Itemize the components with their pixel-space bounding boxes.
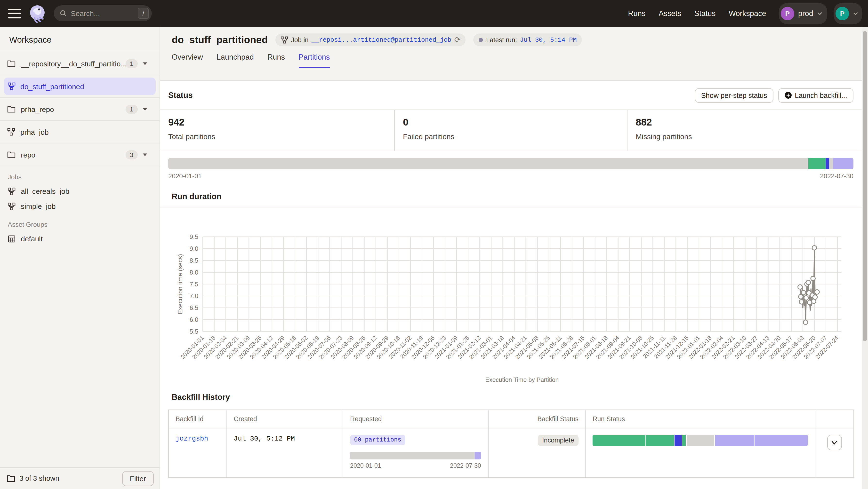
section-label-asset-groups: Asset Groups xyxy=(8,221,159,228)
backfill-id-link[interactable]: jozrgsbh xyxy=(176,435,208,443)
run-duration-title: Run duration xyxy=(172,192,221,201)
sidebar-item-do-stuff-partitioned[interactable]: do_stuff_partitioned xyxy=(0,75,159,98)
chevron-down-icon xyxy=(831,440,837,445)
search-icon xyxy=(60,10,67,17)
filter-button[interactable]: Filter xyxy=(122,471,154,486)
run-status-bar[interactable] xyxy=(593,435,808,446)
nav-link-status[interactable]: Status xyxy=(694,9,716,18)
expand-cell xyxy=(815,428,854,477)
bar-segment xyxy=(350,452,474,459)
stat-label: Failed partitions xyxy=(403,132,627,140)
job-icon xyxy=(8,202,16,210)
status-actions: Show per-step status Launch backfill... xyxy=(695,88,854,102)
tab-runs[interactable]: Runs xyxy=(268,53,285,68)
hamburger-menu-icon[interactable] xyxy=(8,8,21,18)
sidebar-item-label: do_stuff_partitioned xyxy=(20,82,84,90)
user-menu[interactable]: P xyxy=(834,3,862,24)
sidebar-item-prha-repo[interactable]: prha_repo1 xyxy=(0,98,159,121)
deployment-switcher[interactable]: P prod xyxy=(779,3,827,24)
sidebar-item-label: all_cereals_job xyxy=(21,187,69,195)
sidebar-item-label: default xyxy=(21,234,43,243)
sidebar-item-simple_job[interactable]: simple_job xyxy=(0,199,159,214)
launch-backfill-label: Launch backfill... xyxy=(795,91,847,99)
top-nav-links: RunsAssetsStatusWorkspace xyxy=(628,9,766,18)
user-avatar: P xyxy=(836,6,849,20)
stat-label: Missing partitions xyxy=(636,132,862,140)
job-location-tag: Job in __reposi...artitioned@partitioned… xyxy=(275,33,466,46)
sidebar-item-prha-job[interactable]: prha_job xyxy=(0,121,159,143)
job-icon xyxy=(8,83,16,90)
svg-text:9.5: 9.5 xyxy=(190,233,198,240)
selected-item-pill[interactable]: do_stuff_partitioned xyxy=(4,77,156,95)
tab-partitions[interactable]: Partitions xyxy=(299,53,330,68)
bar-segment xyxy=(826,158,829,169)
caret-down-icon[interactable] xyxy=(143,62,147,65)
stat-value: 942 xyxy=(168,117,394,128)
bar-segment xyxy=(593,435,645,446)
job-location-link[interactable]: __reposi...artitioned@partitioned_job xyxy=(311,36,451,43)
sidebar-item-default[interactable]: default xyxy=(0,231,159,246)
launch-backfill-button[interactable]: Launch backfill... xyxy=(778,88,854,102)
repos-shown-count: 3 of 3 shown xyxy=(20,475,59,482)
latest-run-label: Latest run: xyxy=(486,36,517,43)
item-count-badge: 3 xyxy=(126,150,138,159)
requested-partitions-badge[interactable]: 60 partitions xyxy=(350,435,405,445)
column-header-backfill-status: Backfill Status xyxy=(488,410,585,428)
stat-value: 882 xyxy=(636,117,862,128)
svg-text:6.5: 6.5 xyxy=(190,304,198,312)
latest-run-link[interactable]: Jul 30, 5:14 PM xyxy=(520,36,577,43)
partition-end-date: 2022-07-30 xyxy=(820,172,854,180)
nav-link-workspace[interactable]: Workspace xyxy=(728,9,766,18)
tab-overview[interactable]: Overview xyxy=(172,53,203,68)
table-header-row: Backfill IdCreatedRequestedBackfill Stat… xyxy=(169,410,854,428)
refresh-icon[interactable]: ⟳ xyxy=(454,35,460,44)
page-scrollbar[interactable] xyxy=(862,27,868,489)
nav-link-runs[interactable]: Runs xyxy=(628,9,645,18)
job-in-label: Job in xyxy=(291,36,308,43)
sidebar-item-label: prha_repo xyxy=(21,105,54,113)
sidebar-item-label: repo xyxy=(21,151,35,159)
sidebar-item-repo[interactable]: repo3 xyxy=(0,143,159,166)
run-status-cell xyxy=(585,428,815,477)
created-timestamp: Jul 30, 5:12 PM xyxy=(234,435,295,443)
search-input[interactable]: Search... / xyxy=(54,5,152,21)
svg-text:5.5: 5.5 xyxy=(190,328,198,335)
caret-down-icon[interactable] xyxy=(143,153,147,156)
caret-down-icon[interactable] xyxy=(143,107,147,111)
partition-stats: 942Total partitions0Failed partitions882… xyxy=(160,109,862,151)
stat-total-partitions: 942Total partitions xyxy=(160,110,394,151)
show-per-step-status-button[interactable]: Show per-step status xyxy=(695,88,773,102)
workspace-sidebar: Workspace __repository__do_stuff_partiti… xyxy=(0,27,160,489)
bar-segment xyxy=(168,158,808,169)
requested-range-dates: 2020-01-012022-07-30 xyxy=(350,462,481,469)
expand-row-button[interactable] xyxy=(827,435,842,450)
backfill-history-title: Backfill History xyxy=(172,393,230,401)
backfill-id-cell: jozrgsbh xyxy=(169,428,226,477)
sidebar-sections: Jobsall_cereals_jobsimple_jobAsset Group… xyxy=(0,173,159,246)
bar-segment xyxy=(715,435,754,446)
scrollbar-thumb[interactable] xyxy=(863,31,867,341)
requested-cell: 60 partitions2020-01-012022-07-30 xyxy=(343,428,488,477)
job-icon xyxy=(281,36,288,43)
page-title: do_stuff_partitioned xyxy=(172,34,268,45)
top-navigation-bar: Search... / RunsAssetsStatusWorkspace P … xyxy=(0,0,868,27)
nav-link-assets[interactable]: Assets xyxy=(659,9,681,18)
backfill-status-badge: Incomplete xyxy=(538,435,579,446)
search-shortcut-key: / xyxy=(138,8,149,19)
partition-status-bar[interactable] xyxy=(168,158,854,169)
sidebar-item--repository-do-stuff-partitio-[interactable]: __repository__do_stuff_partitio...1 xyxy=(0,52,159,75)
backfill-history-table: Backfill IdCreatedRequestedBackfill Stat… xyxy=(168,410,854,478)
execution-time-chart-svg: 9.59.08.58.07.57.06.56.05.52020-01-01202… xyxy=(160,215,862,386)
item-count-badge: 1 xyxy=(126,59,138,68)
bar-segment xyxy=(808,158,826,169)
bar-segment xyxy=(474,452,481,459)
latest-run-tag: Latest run: Jul 30, 5:14 PM xyxy=(473,33,582,46)
sidebar-footer: 3 of 3 shown Filter xyxy=(0,467,159,489)
asset-group-grid-icon xyxy=(8,235,16,242)
bar-segment xyxy=(833,158,854,169)
sidebar-item-all_cereals_job[interactable]: all_cereals_job xyxy=(0,184,159,199)
tab-launchpad[interactable]: Launchpad xyxy=(217,53,254,68)
column-header-created: Created xyxy=(226,410,343,428)
dagster-logo-icon[interactable] xyxy=(28,4,47,23)
folder-icon xyxy=(7,151,16,158)
